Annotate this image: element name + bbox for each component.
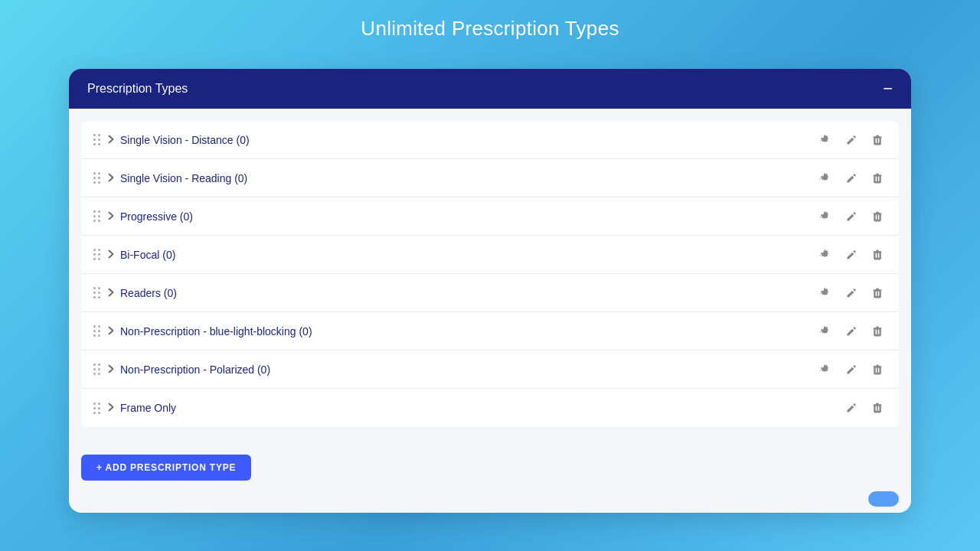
- drag-handle[interactable]: [93, 403, 100, 414]
- prescription-type-label: Progressive (0): [120, 210, 816, 223]
- table-row: Bi-Focal (0): [81, 236, 899, 274]
- edit-icon[interactable]: [842, 399, 861, 417]
- prescription-type-label: Single Vision - Reading (0): [120, 172, 816, 184]
- chevron-right-icon[interactable]: [108, 288, 114, 298]
- row-actions: [816, 207, 887, 226]
- chevron-right-icon[interactable]: [108, 135, 114, 145]
- card-header-title: Prescription Types: [87, 82, 188, 96]
- add-button-container: + ADD PRESCRIPTION TYPE: [69, 439, 911, 496]
- prescription-type-label: Bi-Focal (0): [120, 249, 816, 261]
- row-actions: [816, 131, 887, 149]
- add-prescription-type-button[interactable]: + ADD PRESCRIPTION TYPE: [81, 455, 251, 481]
- edit-icon[interactable]: [842, 322, 861, 341]
- drag-handle[interactable]: [93, 134, 100, 145]
- prescription-type-label: Single Vision - Distance (0): [120, 134, 816, 146]
- prescription-type-label: Readers (0): [120, 287, 816, 299]
- chevron-right-icon[interactable]: [108, 326, 114, 337]
- delete-icon[interactable]: [868, 399, 887, 417]
- edit-icon[interactable]: [842, 131, 861, 149]
- edit-icon[interactable]: [842, 360, 861, 379]
- chevron-right-icon[interactable]: [108, 211, 114, 222]
- drag-handle[interactable]: [93, 172, 100, 184]
- chevron-right-icon[interactable]: [108, 364, 114, 375]
- delete-icon[interactable]: [868, 360, 887, 379]
- delete-icon[interactable]: [868, 246, 887, 264]
- chevron-right-icon[interactable]: [108, 173, 114, 184]
- drag-handle[interactable]: [93, 325, 100, 337]
- table-row: Progressive (0): [81, 197, 899, 236]
- delete-icon[interactable]: [868, 284, 887, 302]
- delete-icon[interactable]: [868, 322, 887, 341]
- card-header: Prescription Types −: [69, 69, 911, 109]
- edit-icon[interactable]: [842, 284, 861, 302]
- corner-decoration: [868, 491, 899, 507]
- settings-icon[interactable]: [816, 246, 835, 264]
- chevron-right-icon[interactable]: [108, 403, 114, 413]
- main-card: Prescription Types − Single Vision - Dis…: [69, 69, 911, 513]
- prescription-type-label: Non-Prescription - Polarized (0): [120, 364, 816, 376]
- settings-icon[interactable]: [816, 322, 835, 341]
- edit-icon[interactable]: [842, 207, 861, 226]
- chevron-right-icon[interactable]: [108, 249, 114, 260]
- prescription-type-label: Non-Prescription - blue-light-blocking (…: [120, 325, 816, 337]
- edit-icon[interactable]: [842, 169, 861, 187]
- drag-handle[interactable]: [93, 249, 100, 260]
- settings-icon[interactable]: [816, 284, 835, 302]
- edit-icon[interactable]: [842, 246, 861, 264]
- row-actions: [816, 322, 887, 341]
- table-row: Frame Only: [81, 389, 899, 427]
- row-actions: [816, 246, 887, 264]
- collapse-button[interactable]: −: [883, 80, 893, 97]
- settings-icon[interactable]: [816, 169, 835, 187]
- delete-icon[interactable]: [868, 131, 887, 149]
- prescription-type-label: Frame Only: [120, 402, 842, 414]
- drag-handle[interactable]: [93, 210, 100, 222]
- page-title: Unlimited Prescription Types: [361, 17, 619, 41]
- settings-icon[interactable]: [816, 131, 835, 149]
- delete-icon[interactable]: [868, 207, 887, 226]
- settings-icon[interactable]: [816, 207, 835, 226]
- row-actions: [816, 360, 887, 379]
- table-row: Single Vision - Reading (0): [81, 159, 899, 197]
- table-row: Non-Prescription - blue-light-blocking (…: [81, 312, 899, 350]
- row-actions: [842, 399, 887, 417]
- settings-icon[interactable]: [816, 360, 835, 379]
- prescription-list: Single Vision - Distance (0)Single Visio…: [81, 121, 899, 427]
- row-actions: [816, 284, 887, 302]
- delete-icon[interactable]: [868, 169, 887, 187]
- drag-handle[interactable]: [93, 287, 100, 298]
- row-actions: [816, 169, 887, 187]
- table-row: Single Vision - Distance (0): [81, 121, 899, 159]
- drag-handle[interactable]: [93, 364, 100, 375]
- table-row: Non-Prescription - Polarized (0): [81, 350, 899, 389]
- table-row: Readers (0): [81, 274, 899, 312]
